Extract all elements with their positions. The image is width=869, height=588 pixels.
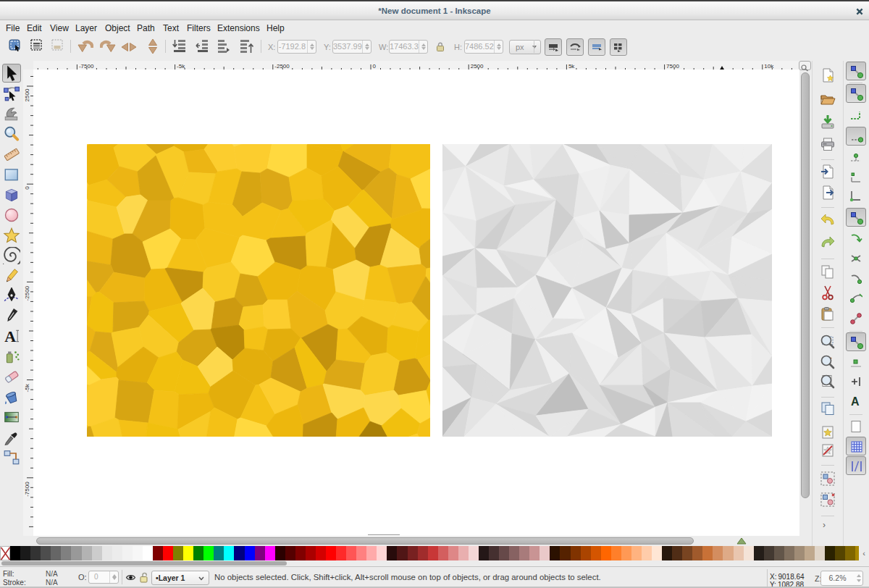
svg-text:5k: 5k	[568, 63, 575, 70]
svg-text:0: 0	[25, 186, 31, 190]
svg-text:-5k: -5k	[25, 383, 31, 392]
svg-text:2500: 2500	[25, 88, 31, 101]
svg-text:A: A	[851, 395, 860, 408]
svg-text:2500: 2500	[471, 63, 484, 70]
svg-text:-2500: -2500	[25, 285, 31, 301]
svg-text:-2500: -2500	[274, 63, 290, 70]
svg-text:A: A	[4, 328, 16, 345]
svg-text:-7500: -7500	[25, 482, 31, 497]
svg-text:-7500: -7500	[79, 63, 94, 70]
svg-text:7500: 7500	[666, 63, 679, 70]
svg-text:10k: 10k	[764, 63, 774, 70]
svg-text:0: 0	[373, 63, 377, 70]
svg-text:-5k: -5k	[177, 63, 185, 70]
